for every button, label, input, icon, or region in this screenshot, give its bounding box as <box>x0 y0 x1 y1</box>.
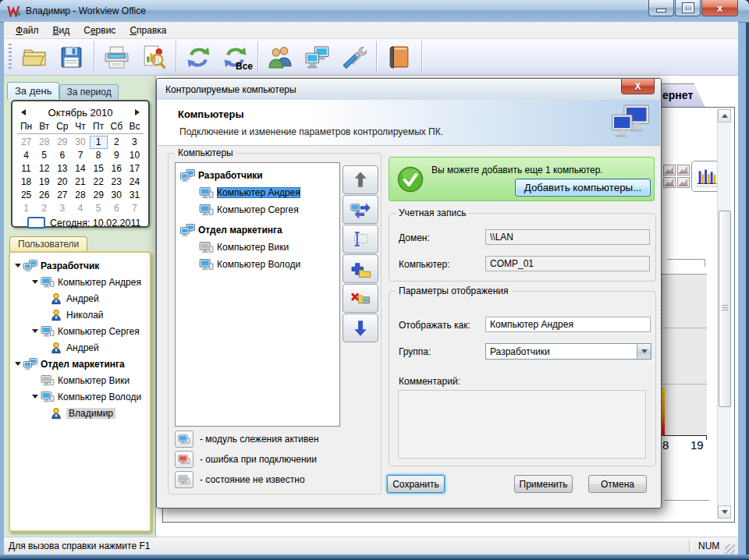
tree-computer-andrey[interactable]: Компьютер Андрея <box>12 274 148 290</box>
refresh-all-button[interactable]: Все <box>217 41 254 73</box>
scroll-down-button[interactable] <box>718 505 731 519</box>
calendar-day[interactable]: 22 <box>90 175 108 189</box>
maximize-button[interactable] <box>675 0 701 16</box>
dialog-titlebar[interactable]: Контролируемые компьютеры <box>157 79 661 101</box>
window-titlebar[interactable]: Владимир - Workview Office x <box>0 0 749 23</box>
calendar-day[interactable]: 8 <box>90 149 108 162</box>
report-button[interactable] <box>135 41 172 73</box>
calendar-day[interactable]: 13 <box>53 162 71 175</box>
tree-group-marketing[interactable]: Отдел маркетинга <box>12 356 148 372</box>
calendar-day[interactable]: 18 <box>17 175 35 189</box>
calendar-day[interactable]: 15 <box>90 162 108 175</box>
calendar-day[interactable]: 25 <box>17 189 35 202</box>
tree-user-vladimir-selected[interactable]: Владимир <box>12 405 148 421</box>
calendar-day[interactable]: 21 <box>71 175 89 189</box>
users-tab[interactable]: Пользователи <box>9 236 87 252</box>
calendar-day[interactable]: 6 <box>53 149 71 162</box>
tree-user-andrey2[interactable]: Андрей <box>12 339 148 356</box>
calendar-day[interactable]: 2 <box>108 136 126 149</box>
calendar-day[interactable]: 27 <box>17 136 35 149</box>
calendar-month-label[interactable]: Октябрь 2010 <box>30 107 131 119</box>
move-up-button[interactable] <box>343 165 378 194</box>
close-button[interactable]: x <box>701 0 738 16</box>
calendar-day[interactable]: 17 <box>126 162 144 175</box>
calendar-day[interactable]: 5 <box>35 149 53 162</box>
tab-internet-partial[interactable]: ернет <box>658 83 705 108</box>
calendar-day[interactable]: 6 <box>108 202 126 215</box>
calendar-day[interactable]: 24 <box>126 175 144 189</box>
print-button[interactable] <box>98 41 135 73</box>
calendar-day[interactable]: 29 <box>90 189 108 202</box>
calendar-day[interactable]: 3 <box>53 202 71 215</box>
calendar-today-row[interactable]: Сегодня: 10.02.2011 <box>17 217 144 229</box>
calendar-day[interactable]: 28 <box>71 189 89 202</box>
menu-service[interactable]: Сервис <box>76 23 122 38</box>
calendar-day[interactable]: 10 <box>126 149 144 162</box>
calendar-day[interactable]: 28 <box>35 136 53 149</box>
calendar-day[interactable]: 16 <box>108 162 126 175</box>
dialog-close-button[interactable]: X <box>621 79 655 94</box>
display-as-field[interactable] <box>485 317 651 332</box>
tree-computer-sergey[interactable]: Компьютер Сергея <box>12 323 148 339</box>
calendar-day[interactable]: 3 <box>126 136 144 149</box>
tree-user-nikolay[interactable]: Николай <box>12 307 148 323</box>
rename-button[interactable] <box>343 225 378 253</box>
save-button[interactable]: Сохранить <box>387 475 445 493</box>
delete-button[interactable] <box>343 284 378 313</box>
apply-button[interactable]: Применить <box>514 475 573 493</box>
area-chart-thumb-icon[interactable] <box>677 177 690 188</box>
expand-arrow-icon[interactable] <box>15 264 23 268</box>
calendar-day[interactable]: 1 <box>90 136 108 149</box>
calendar-day[interactable]: 30 <box>71 136 89 149</box>
calendar-day[interactable]: 23 <box>108 175 126 189</box>
calendar-day[interactable]: 30 <box>108 189 126 202</box>
computers-button[interactable] <box>299 41 335 73</box>
chart-style-grid[interactable] <box>663 165 690 188</box>
calendar-day[interactable]: 12 <box>35 162 53 175</box>
vertical-scrollbar[interactable] <box>717 109 731 519</box>
tree-user-andrey[interactable]: Андрей <box>12 290 148 307</box>
area-chart-thumb-icon[interactable] <box>663 165 676 175</box>
tab-day[interactable]: За день <box>7 82 59 99</box>
toolbar-grip[interactable] <box>9 44 12 70</box>
tree-group-developers[interactable]: Разработчик <box>12 257 148 274</box>
area-chart-thumb-icon[interactable] <box>677 165 690 175</box>
tab-period[interactable]: За период <box>59 84 118 99</box>
minimize-button[interactable] <box>648 0 674 16</box>
calendar-day[interactable]: 31 <box>126 189 144 202</box>
calendar-day[interactable]: 9 <box>108 149 126 162</box>
dtree-group-developers[interactable]: Разработчики <box>176 167 339 184</box>
computer-field[interactable] <box>485 256 650 271</box>
scrollbar-thumb[interactable] <box>719 211 731 407</box>
add-computers-button[interactable]: Добавить компьютеры... <box>515 179 651 197</box>
users-button[interactable] <box>262 41 299 73</box>
expand-arrow-icon[interactable] <box>32 329 41 333</box>
calendar-day[interactable]: 27 <box>53 189 71 202</box>
dtree-computer-volodya[interactable]: Компьютер Володи <box>176 256 339 273</box>
open-button[interactable] <box>16 41 53 73</box>
add-group-button[interactable] <box>343 254 378 283</box>
calendar-day[interactable]: 4 <box>71 202 89 215</box>
dtree-computer-sergey[interactable]: Компьютер Сергея <box>176 201 339 218</box>
calendar-day[interactable]: 4 <box>17 149 35 162</box>
help-book-button[interactable] <box>381 41 417 73</box>
move-down-button[interactable] <box>343 314 378 342</box>
expand-arrow-icon[interactable] <box>32 395 41 399</box>
reconnect-button[interactable] <box>343 195 378 224</box>
calendar-day[interactable]: 7 <box>126 202 144 215</box>
tree-computer-vika[interactable]: Компьютер Вики <box>12 372 148 388</box>
calendar-day[interactable]: 5 <box>90 202 108 215</box>
calendar-day[interactable]: 19 <box>35 175 53 189</box>
resize-grip[interactable] <box>725 544 735 555</box>
menu-view[interactable]: Вид <box>46 23 77 38</box>
calendar-day[interactable]: 11 <box>17 162 35 175</box>
refresh-button[interactable] <box>180 41 217 73</box>
calendar-prev-button[interactable] <box>17 109 30 115</box>
settings-button[interactable] <box>335 41 372 73</box>
save-button[interactable] <box>53 41 90 73</box>
domain-field[interactable] <box>485 229 650 245</box>
calendar-day[interactable]: 29 <box>53 136 71 149</box>
expand-arrow-icon[interactable] <box>32 280 41 284</box>
menu-help[interactable]: Справка <box>122 23 173 38</box>
calendar-day[interactable]: 26 <box>35 189 53 202</box>
